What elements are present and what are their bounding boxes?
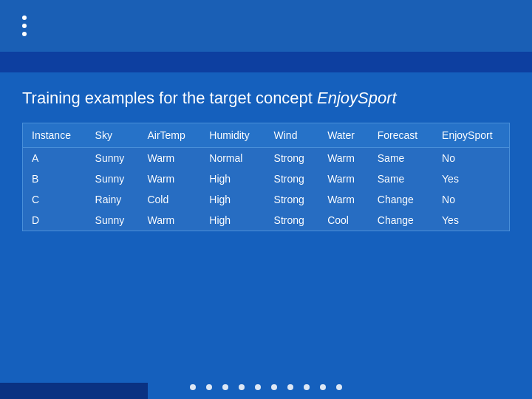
cell-wind: Strong xyxy=(265,168,319,189)
table-row: C Rainy Cold High Strong Warm Change No xyxy=(23,189,509,210)
cell-humidity: High xyxy=(200,168,265,189)
dot-1 xyxy=(22,16,27,20)
cell-forecast: Change xyxy=(369,210,433,231)
cell-airtemp: Warm xyxy=(138,148,200,169)
cell-forecast: Same xyxy=(369,168,433,189)
bottom-dot-4 xyxy=(239,384,245,390)
col-water: Water xyxy=(318,123,369,148)
cell-sky: Sunny xyxy=(86,168,139,189)
cell-forecast: Same xyxy=(369,148,433,169)
page-title: Training examples for the target concept… xyxy=(22,89,510,108)
cell-wind: Strong xyxy=(265,148,319,169)
bottom-bar xyxy=(0,384,532,390)
cell-water: Cool xyxy=(318,210,369,231)
bottom-dot-6 xyxy=(271,384,277,390)
bottom-dot-1 xyxy=(190,384,196,390)
cell-wind: Strong xyxy=(265,189,319,210)
cell-humidity: High xyxy=(200,189,265,210)
bottom-dot-10 xyxy=(336,384,342,390)
cell-instance: D xyxy=(23,210,86,231)
data-table: Instance Sky AirTemp Humidity Wind Water… xyxy=(23,123,509,231)
col-humidity: Humidity xyxy=(200,123,265,148)
cell-enjoysport: Yes xyxy=(433,210,509,231)
header-bar xyxy=(0,0,532,52)
cell-airtemp: Cold xyxy=(138,189,200,210)
cell-wind: Strong xyxy=(265,210,319,231)
cell-water: Warm xyxy=(318,189,369,210)
table-header-row: Instance Sky AirTemp Humidity Wind Water… xyxy=(23,123,509,148)
bottom-dot-7 xyxy=(287,384,293,390)
bottom-dot-3 xyxy=(222,384,228,390)
col-forecast: Forecast xyxy=(369,123,433,148)
cell-instance: B xyxy=(23,168,86,189)
col-wind: Wind xyxy=(265,123,319,148)
cell-forecast: Change xyxy=(369,189,433,210)
title-plain: Training examples for the target concept xyxy=(22,89,317,107)
cell-airtemp: Warm xyxy=(138,210,200,231)
cell-instance: C xyxy=(23,189,86,210)
cell-enjoysport: No xyxy=(433,189,509,210)
cell-enjoysport: Yes xyxy=(433,168,509,189)
cell-sky: Rainy xyxy=(86,189,139,210)
bottom-dot-2 xyxy=(206,384,212,390)
cell-humidity: Normal xyxy=(200,148,265,169)
col-sky: Sky xyxy=(86,123,139,148)
accent-bar xyxy=(0,52,532,72)
dot-3 xyxy=(22,32,27,36)
bottom-dot-9 xyxy=(320,384,326,390)
main-content: Training examples for the target concept… xyxy=(0,74,532,246)
cell-sky: Sunny xyxy=(86,210,139,231)
cell-humidity: High xyxy=(200,210,265,231)
table-row: D Sunny Warm High Strong Cool Change Yes xyxy=(23,210,509,231)
dot-2 xyxy=(22,24,27,28)
col-airtemp: AirTemp xyxy=(138,123,200,148)
table-row: B Sunny Warm High Strong Warm Same Yes xyxy=(23,168,509,189)
table-wrapper: Instance Sky AirTemp Humidity Wind Water… xyxy=(22,123,510,231)
cell-enjoysport: No xyxy=(433,148,509,169)
cell-sky: Sunny xyxy=(86,148,139,169)
bottom-dot-5 xyxy=(255,384,261,390)
cell-water: Warm xyxy=(318,148,369,169)
title-italic: EnjoySport xyxy=(317,89,397,107)
cell-airtemp: Warm xyxy=(138,168,200,189)
col-instance: Instance xyxy=(23,123,86,148)
cell-instance: A xyxy=(23,148,86,169)
header-dots xyxy=(22,16,27,36)
cell-water: Warm xyxy=(318,168,369,189)
col-enjoysport: EnjoySport xyxy=(433,123,509,148)
bottom-dot-8 xyxy=(304,384,310,390)
table-row: A Sunny Warm Normal Strong Warm Same No xyxy=(23,148,509,169)
